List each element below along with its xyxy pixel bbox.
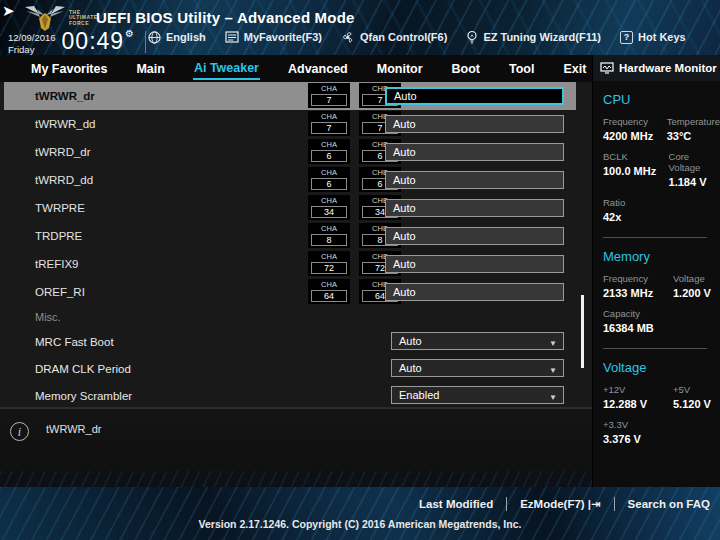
memory-scrambler-dropdown[interactable]: Enabled ▼: [391, 386, 564, 404]
fan-icon: [341, 31, 355, 44]
info-icon: i: [10, 422, 29, 441]
clock-settings-gear-icon[interactable]: ⚙: [125, 28, 135, 39]
cha-cell: CHA6: [308, 167, 350, 192]
cha-value: 7: [311, 94, 347, 106]
setting-value-input[interactable]: Auto: [385, 143, 564, 161]
ratio-value: 42x: [603, 211, 673, 223]
chevron-down-icon: ▼: [549, 390, 557, 406]
tab-boot[interactable]: Boot: [451, 58, 481, 79]
setting-row-twrpre[interactable]: TWRPRE CHA34 CHB34 Auto: [4, 194, 576, 222]
core-voltage-label: Core Voltage: [669, 151, 720, 173]
qfan-control-button[interactable]: Qfan Control(F6): [341, 31, 447, 44]
cha-header: CHA: [308, 280, 350, 289]
v12-value: 12.288 V: [603, 398, 673, 410]
v33-label: +3.3V: [603, 419, 673, 430]
footer-separator: [614, 497, 615, 511]
myfavorite-button[interactable]: MyFavorite(F3): [225, 31, 322, 43]
cha-cell: CHA34: [308, 195, 350, 220]
cha-cell: CHA6: [308, 139, 350, 164]
setting-label: Memory Scrambler: [35, 390, 132, 402]
setting-row-oref-ri[interactable]: OREF_RI CHA64 CHB64 Auto: [4, 278, 576, 306]
mrc-fast-boot-dropdown[interactable]: Auto ▼: [391, 332, 564, 350]
setting-row-twrrd-dr[interactable]: tWRRD_dr CHA6 CHB6 Auto: [4, 138, 576, 166]
setting-row-twrwr-dr[interactable]: tWRWR_dr CHA7 CHB7 Auto: [4, 82, 576, 110]
setting-row-twrrd-dd[interactable]: tWRRD_dd CHA6 CHB6 Auto: [4, 166, 576, 194]
setting-label: TRDPRE: [35, 230, 82, 242]
setting-value-input[interactable]: Auto: [385, 115, 564, 133]
hardware-monitor-sidebar: Hardware Monitor CPU Frequency4200 MHz T…: [592, 55, 720, 487]
mouse-cursor-icon: ➤: [2, 2, 15, 20]
globe-icon: [148, 31, 161, 44]
capacity-label: Capacity: [603, 308, 673, 319]
setting-row-dram-clk-period[interactable]: DRAM CLK Period Auto ▼: [4, 355, 576, 382]
help-info-panel: i tWRWR_dr: [0, 407, 592, 487]
setting-row-twrwr-dd[interactable]: tWRWR_dd CHA7 CHB7 Auto: [4, 110, 576, 138]
chevron-down-icon: ▼: [549, 363, 557, 379]
cha-cell: CHA7: [308, 111, 350, 136]
tab-ai-tweaker[interactable]: Ai Tweaker: [193, 57, 260, 80]
setting-label: tWRWR_dr: [35, 90, 95, 102]
ez-tuning-wizard-button[interactable]: EZ Tuning Wizard(F11): [466, 30, 601, 44]
cpu-section-title: CPU: [603, 92, 720, 107]
setting-value-input[interactable]: Auto: [385, 171, 564, 189]
toolbar-separator: [145, 31, 146, 53]
setting-value-input[interactable]: Auto: [385, 283, 564, 301]
memory-section-title: Memory: [603, 249, 720, 264]
setting-row-trdpre[interactable]: TRDPRE CHA8 CHB8 Auto: [4, 222, 576, 250]
bulb-icon: [466, 30, 478, 44]
last-modified-button[interactable]: Last Modified: [419, 498, 493, 510]
bios-version-text: Version 2.17.1246. Copyright (C) 2016 Am…: [0, 518, 720, 530]
tab-monitor[interactable]: Monitor: [376, 58, 424, 79]
capacity-value: 16384 MB: [603, 322, 673, 334]
cha-header: CHA: [308, 196, 350, 205]
memory-frequency-value: 2133 MHz: [603, 287, 673, 299]
tab-exit[interactable]: Exit: [562, 58, 587, 79]
ezmode-button[interactable]: EzMode(F7) |⇥: [520, 497, 600, 511]
hot-keys-button[interactable]: ? Hot Keys: [620, 31, 686, 44]
settings-panel: tWRWR_dr CHA7 CHB7 Auto tWRWR_dd CHA7 CH…: [0, 82, 592, 407]
cpu-temperature-label: Temperature: [667, 116, 720, 127]
setting-label: MRC Fast Boot: [35, 336, 114, 348]
core-voltage-value: 1.184 V: [669, 176, 720, 188]
setting-row-mrc-fast-boot[interactable]: MRC Fast Boot Auto ▼: [4, 328, 576, 355]
cpu-row-1: Frequency4200 MHz Temperature33°C: [603, 107, 720, 142]
setting-value-input[interactable]: Auto: [385, 87, 564, 105]
tuf-logo-text: THE ULTIMATE FORCE: [69, 10, 98, 26]
cpu-temperature-value: 33°C: [667, 130, 720, 142]
footer-separator: [506, 497, 507, 511]
bclk-value: 100.0 MHz: [603, 165, 669, 177]
cha-value: 6: [311, 178, 347, 190]
tab-my-favorites[interactable]: My Favorites: [30, 58, 108, 79]
setting-row-trefix9[interactable]: tREFIX9 CHA72 CHB72 Auto: [4, 250, 576, 278]
cpu-row-2: BCLK100.0 MHz Core Voltage1.184 V: [603, 142, 720, 188]
tab-tool[interactable]: Tool: [508, 58, 535, 79]
top-toolbar: English MyFavorite(F3) Qfan Control(F6) …: [148, 30, 686, 44]
setting-value-input[interactable]: Auto: [385, 227, 564, 245]
language-button[interactable]: English: [148, 31, 206, 44]
voltage-section-title: Voltage: [603, 360, 720, 375]
setting-label: TWRPRE: [35, 202, 85, 214]
cha-value: 72: [311, 262, 347, 274]
cpu-frequency-value: 4200 MHz: [603, 130, 667, 142]
tab-advanced[interactable]: Advanced: [287, 58, 349, 79]
dram-clk-period-dropdown[interactable]: Auto ▼: [391, 359, 564, 377]
search-on-faq-button[interactable]: Search on FAQ: [628, 498, 710, 510]
datetime-display: 12/09/2016 Friday 00:49⚙: [8, 28, 146, 56]
tab-main[interactable]: Main: [135, 58, 165, 79]
scrollbar-thumb[interactable]: [581, 295, 584, 368]
memory-voltage-value: 1.200 V: [673, 287, 711, 299]
setting-row-memory-scrambler[interactable]: Memory Scrambler Enabled ▼: [4, 382, 576, 407]
sidebar-divider: [603, 237, 707, 238]
ratio-label: Ratio: [603, 197, 673, 208]
v33-value: 3.376 V: [603, 433, 673, 445]
cha-value: 7: [311, 122, 347, 134]
cha-header: CHA: [308, 168, 350, 177]
setting-label: tREFIX9: [35, 258, 78, 270]
setting-value-input[interactable]: Auto: [385, 255, 564, 273]
cha-header: CHA: [308, 140, 350, 149]
v5-label: +5V: [673, 384, 711, 395]
sidebar-divider: [603, 348, 707, 349]
setting-value-input[interactable]: Auto: [385, 199, 564, 217]
page-title: UEFI BIOS Utility – Advanced Mode: [96, 9, 355, 26]
cha-header: CHA: [308, 84, 350, 93]
